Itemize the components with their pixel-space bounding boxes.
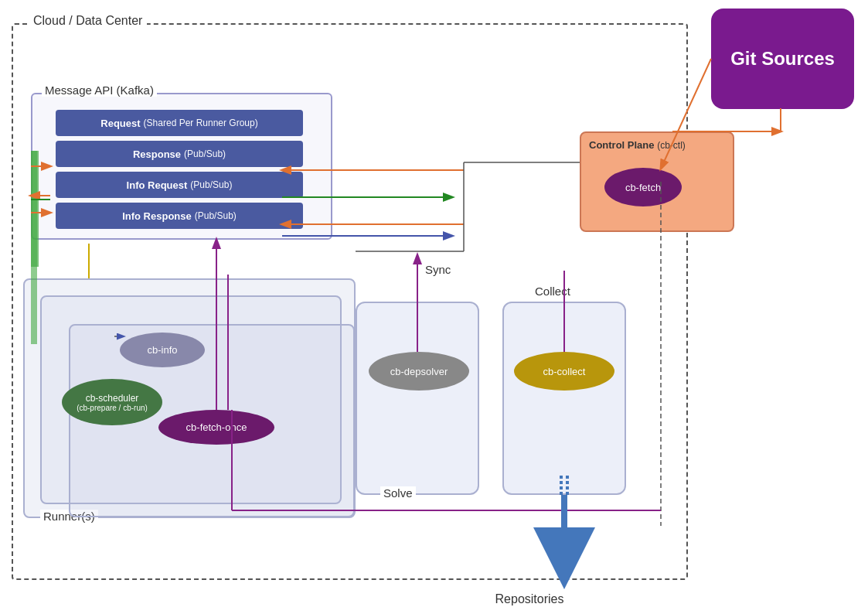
- cb-fetch-once-ellipse: cb-fetch-once: [158, 410, 274, 445]
- diagram: Cloud / Data Center Git Sources Message …: [0, 0, 868, 614]
- control-plane-label: Control Plane (cb-ctl): [589, 139, 686, 151]
- kafka-box: Message API (Kafka) Request (Shared Per …: [31, 93, 332, 240]
- solve-label: Solve: [380, 486, 416, 500]
- control-plane-box: Control Plane (cb-ctl) cb-fetch: [580, 131, 734, 232]
- cb-info-ellipse: cb-info: [120, 333, 205, 367]
- collect-box: Collect: [502, 302, 626, 495]
- repositories-label: Repositories: [471, 592, 587, 606]
- request-row: Request (Shared Per Runner Group): [56, 110, 303, 136]
- cb-scheduler-ellipse: cb-scheduler (cb-prepare / cb-run): [62, 379, 162, 425]
- response-row: Response (Pub/Sub): [56, 141, 303, 167]
- request-label: Request: [100, 118, 140, 129]
- info-response-row: Info Response (Pub/Sub): [56, 203, 303, 229]
- info-request-sub: (Pub/Sub): [190, 179, 232, 190]
- info-request-row: Info Request (Pub/Sub): [56, 172, 303, 198]
- cb-fetch-ellipse: cb-fetch: [604, 168, 682, 206]
- cloud-label: Cloud / Data Center: [29, 14, 147, 28]
- sync-label: Sync: [425, 263, 451, 276]
- info-response-sub: (Pub/Sub): [195, 210, 237, 221]
- cb-collect-ellipse: cb-collect: [514, 352, 614, 391]
- response-sub: (Pub/Sub): [184, 148, 226, 159]
- response-label: Response: [133, 148, 181, 160]
- git-sources-box: Git Sources: [711, 9, 854, 109]
- git-sources-label: Git Sources: [730, 48, 835, 70]
- info-response-label: Info Response: [122, 210, 192, 222]
- collect-label: Collect: [535, 285, 570, 298]
- kafka-label: Message API (Kafka): [42, 84, 157, 97]
- cb-depsolver-ellipse: cb-depsolver: [369, 352, 469, 391]
- info-request-label: Info Request: [127, 179, 188, 191]
- solve-box: Solve: [356, 302, 479, 495]
- request-sub: (Shared Per Runner Group): [144, 118, 258, 128]
